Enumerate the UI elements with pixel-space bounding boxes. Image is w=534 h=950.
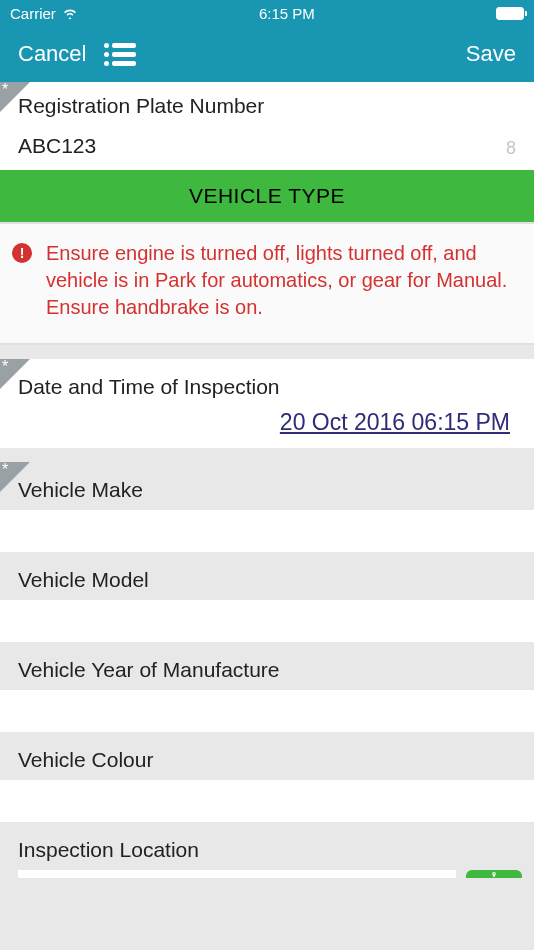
- registration-field: * Registration Plate Number 8: [0, 82, 534, 170]
- list-icon[interactable]: [104, 43, 136, 66]
- warning-text: Ensure engine is turned off, lights turn…: [46, 240, 516, 321]
- inspection-location-input[interactable]: [18, 870, 456, 878]
- date-inspection-label: Date and Time of Inspection: [18, 375, 516, 399]
- date-inspection-field: * Date and Time of Inspection 20 Oct 201…: [0, 359, 534, 448]
- cancel-button[interactable]: Cancel: [18, 41, 86, 67]
- date-inspection-value[interactable]: 20 Oct 2016 06:15 PM: [18, 409, 516, 436]
- save-button[interactable]: Save: [466, 41, 516, 67]
- location-pin-button[interactable]: [466, 870, 522, 878]
- status-bar: Carrier 6:15 PM: [0, 0, 534, 26]
- status-time: 6:15 PM: [259, 5, 315, 22]
- vehicle-colour-input[interactable]: [0, 780, 534, 822]
- inspection-location-field: Inspection Location: [0, 822, 534, 878]
- carrier-label: Carrier: [10, 5, 56, 22]
- vehicle-make-input[interactable]: [0, 510, 534, 552]
- required-star-icon: *: [2, 358, 8, 376]
- vehicle-year-field: Vehicle Year of Manufacture: [0, 642, 534, 732]
- wifi-icon: [62, 5, 78, 22]
- spacer: [0, 345, 534, 359]
- vehicle-model-input[interactable]: [0, 600, 534, 642]
- nav-left: Cancel: [18, 41, 136, 67]
- registration-input[interactable]: [18, 126, 516, 170]
- vehicle-model-field: Vehicle Model: [0, 552, 534, 642]
- nav-bar: Cancel Save: [0, 26, 534, 82]
- vehicle-model-label: Vehicle Model: [18, 568, 516, 592]
- vehicle-year-input[interactable]: [0, 690, 534, 732]
- inspection-location-label: Inspection Location: [18, 838, 516, 862]
- required-star-icon: *: [2, 82, 8, 99]
- warning-row: ! Ensure engine is turned off, lights tu…: [0, 222, 534, 345]
- vehicle-make-label: Vehicle Make: [18, 478, 516, 502]
- vehicle-colour-label: Vehicle Colour: [18, 748, 516, 772]
- warning-icon: !: [12, 243, 32, 263]
- registration-char-counter: 8: [506, 138, 516, 159]
- vehicle-make-field: * Vehicle Make: [0, 462, 534, 552]
- content-scroll[interactable]: * Registration Plate Number 8 VEHICLE TY…: [0, 82, 534, 950]
- vehicle-type-section-header: VEHICLE TYPE: [0, 170, 534, 222]
- vehicle-year-label: Vehicle Year of Manufacture: [18, 658, 516, 682]
- vehicle-colour-field: Vehicle Colour: [0, 732, 534, 822]
- registration-label: Registration Plate Number: [18, 94, 516, 118]
- registration-input-wrap: 8: [0, 126, 534, 170]
- status-right: [496, 7, 524, 20]
- spacer: [0, 448, 534, 462]
- status-left: Carrier: [10, 5, 78, 22]
- battery-icon: [496, 7, 524, 20]
- required-star-icon: *: [2, 461, 8, 479]
- pin-icon: [486, 872, 502, 878]
- vehicle-type-title: VEHICLE TYPE: [0, 184, 534, 208]
